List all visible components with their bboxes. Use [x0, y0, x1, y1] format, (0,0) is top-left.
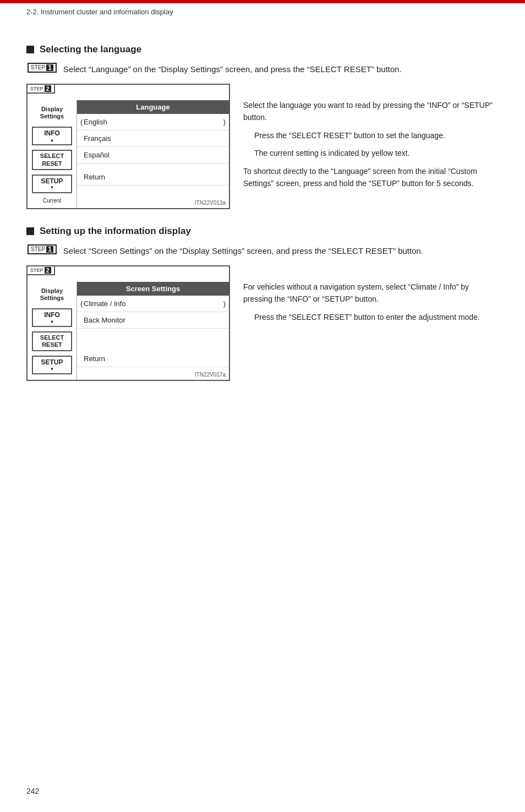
- section2-step1: STEP 1 Select “Screen Settings” on the “…: [26, 244, 499, 258]
- section2-step1-text: Select “Screen Settings” on the “Display…: [63, 244, 499, 258]
- section2-panel-left: Display Settings INFO SELECT RESET SETUP: [28, 282, 77, 380]
- menu-item-english: English: [77, 114, 229, 130]
- current-label: Current: [28, 195, 76, 205]
- section2-step2-badge: STEP 2: [26, 265, 55, 275]
- info-button: INFO: [32, 127, 72, 145]
- section1-step1-text: Select “Language” on the “Display Settin…: [63, 63, 499, 76]
- section2-menu-item-return: Return: [77, 351, 229, 367]
- section2-menu-title: Screen Settings: [77, 282, 229, 296]
- section2-menu-item-climate: Climate / Info: [77, 296, 229, 312]
- section1-step1-badge: STEP 1: [28, 63, 57, 73]
- section2-icon: [26, 227, 34, 235]
- section2-setup-button: SETUP: [32, 356, 72, 374]
- section2-title: Setting up the information display: [40, 226, 191, 237]
- page-number: 242: [26, 787, 39, 795]
- section1-step2-badge: STEP 2: [26, 84, 55, 94]
- section2-panel-right: Screen Settings Climate / Info Back Moni…: [77, 282, 229, 380]
- section2-step2-text: For vehicles without a navigation system…: [243, 265, 499, 382]
- top-bar: [0, 0, 525, 3]
- display-settings-label: Display Settings: [28, 103, 76, 124]
- panel-body: Display Settings INFO SELECT RESET SETUP…: [28, 100, 229, 208]
- section2-step2-layout: STEP 2 Display Settings INFO SELECT RESE…: [26, 265, 499, 382]
- main-content: Selecting the language STEP 1 Select “La…: [0, 28, 525, 397]
- section2-heading: Setting up the information display: [26, 226, 499, 237]
- setup-button: SETUP: [32, 175, 72, 193]
- menu-item-espanol: Español: [77, 147, 229, 164]
- menu-item-francais: Français: [77, 130, 229, 147]
- sec2-para1: For vehicles without a navigation system…: [243, 281, 499, 306]
- menu-title: Language: [77, 100, 229, 114]
- section-icon: [26, 46, 34, 53]
- panel-right: Language English Français Español Return: [77, 100, 229, 208]
- sec1-para4: To shortcut directly to the “Language” s…: [243, 165, 499, 190]
- section2-display-panel: STEP 2 Display Settings INFO SELECT RESE…: [26, 265, 230, 382]
- section2-display-settings-label: Display Settings: [28, 285, 76, 306]
- sec1-para1: Select the language you want to read by …: [243, 99, 499, 124]
- sec1-para3: The current setting is indicated by yell…: [254, 147, 499, 159]
- sec2-para2: Press the “SELECT RESET” button to enter…: [254, 311, 499, 323]
- section2-info-button: INFO: [32, 308, 72, 327]
- section2-select-reset-button: SELECT RESET: [32, 331, 72, 351]
- section1-heading: Selecting the language: [26, 44, 499, 55]
- panel-image-label: ITN22V013a: [195, 200, 226, 206]
- menu-item-return: Return: [77, 169, 229, 186]
- section1-step2-text: Select the language you want to read by …: [243, 84, 499, 209]
- section2-panel-image-label: ITN22V017a: [195, 372, 226, 378]
- section1-display-panel: STEP 2 Display Settings INFO SELECT RESE…: [26, 84, 230, 209]
- section2-menu-item-backmonitor: Back Monitor: [77, 312, 229, 329]
- section2-step1-badge: STEP 1: [28, 244, 57, 254]
- select-reset-button: SELECT RESET: [32, 150, 72, 170]
- sec1-para2: Press the “SELECT RESET” button to set t…: [254, 129, 499, 141]
- section1-step1: STEP 1 Select “Language” on the “Display…: [26, 63, 499, 76]
- section1-step2-layout: STEP 2 Display Settings INFO SELECT RESE…: [26, 84, 499, 209]
- breadcrumb: 2-2. Instrument cluster and information …: [26, 8, 173, 16]
- section2-panel-body: Display Settings INFO SELECT RESET SETUP…: [28, 282, 229, 380]
- panel-left: Display Settings INFO SELECT RESET SETUP…: [28, 100, 77, 208]
- section1-title: Selecting the language: [40, 44, 141, 55]
